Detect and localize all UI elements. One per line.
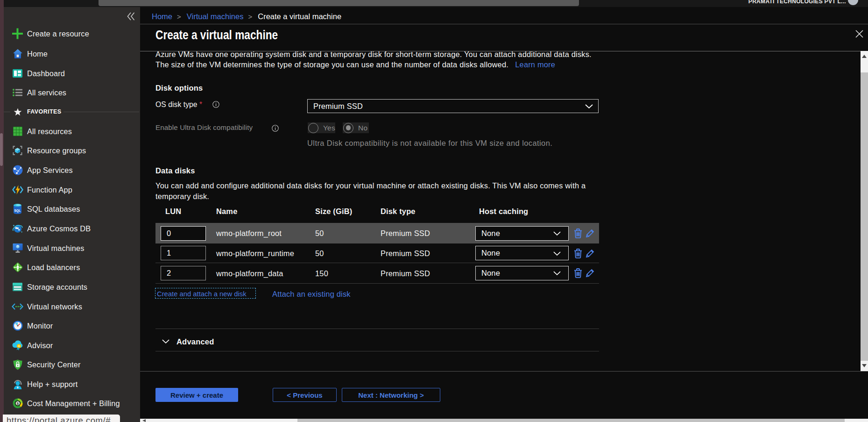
svg-text:$: $ bbox=[16, 401, 19, 406]
svg-text:SQL: SQL bbox=[14, 209, 21, 213]
